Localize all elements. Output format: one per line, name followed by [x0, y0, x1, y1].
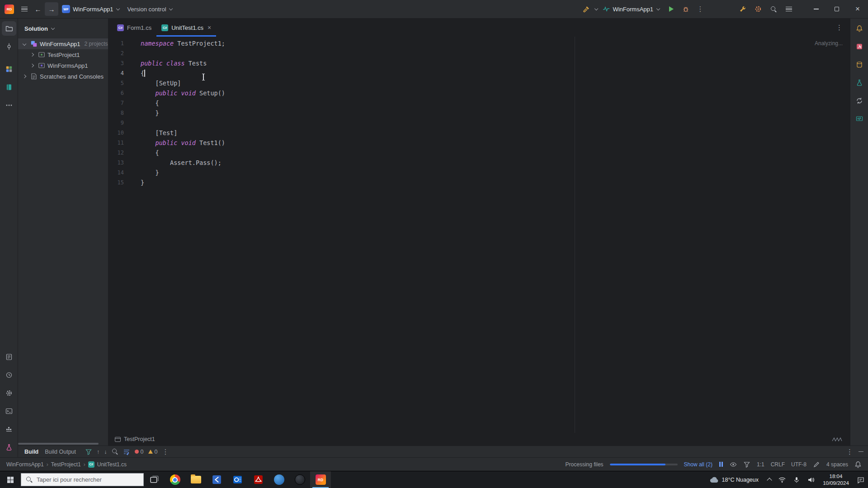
documentation-button[interactable]	[2, 80, 16, 94]
tab-build-output[interactable]: Build Output	[45, 449, 76, 455]
action-center-button[interactable]	[854, 471, 868, 488]
code-line[interactable]: 13 Assert.Pass();	[108, 158, 850, 168]
notifications-bell-icon[interactable]	[854, 461, 862, 468]
horizontal-scrollbar[interactable]	[18, 443, 99, 445]
pencil-icon[interactable]	[813, 461, 820, 468]
unit-tests-button[interactable]	[852, 75, 867, 90]
search-icon[interactable]	[112, 448, 118, 455]
toolwindow-options-button[interactable]: ⋮	[846, 448, 853, 456]
minimize-button[interactable]	[806, 0, 826, 18]
tree-item[interactable]: Scratches and Consoles	[18, 71, 108, 82]
code-line[interactable]: 12 {	[108, 148, 850, 158]
code-line[interactable]: 11 public void Test1()	[108, 138, 850, 148]
inspection-widget-icon[interactable]	[832, 436, 844, 442]
run-config-selector[interactable]: WinFormsApp1	[599, 2, 664, 16]
plugins-button[interactable]	[751, 2, 765, 16]
solution-view-button[interactable]	[2, 21, 16, 36]
close-button[interactable]: ×	[847, 0, 868, 18]
network-button[interactable]	[775, 471, 789, 488]
navigate-back-button[interactable]: ←	[31, 2, 45, 16]
code-line[interactable]: 15}	[108, 178, 850, 188]
code-line[interactable]: 9	[108, 118, 850, 128]
maximize-button[interactable]	[826, 0, 847, 18]
blue-square-app-button[interactable]	[206, 471, 227, 488]
notifications-button[interactable]	[852, 21, 867, 36]
status-breadcrumb-file[interactable]: UnitTest1.cs	[97, 461, 127, 468]
soft-wrap-icon[interactable]	[123, 448, 130, 455]
outlook-button[interactable]	[227, 471, 248, 488]
terminal-button[interactable]	[2, 404, 16, 418]
pause-icon[interactable]	[719, 462, 723, 467]
rider-button[interactable]: RD	[310, 471, 331, 488]
show-all-link[interactable]: Show all (2)	[684, 461, 712, 468]
funnel-icon[interactable]	[743, 461, 750, 468]
blue-circle-app-button[interactable]	[269, 471, 289, 488]
more-run-actions-button[interactable]: ⋮	[693, 2, 707, 16]
profiler-button[interactable]	[852, 112, 867, 126]
tree-item[interactable]: WinFormsApp1	[18, 60, 108, 71]
hide-toolwindow-button[interactable]	[859, 451, 863, 452]
error-badge[interactable]: 0	[135, 449, 144, 455]
chevron-right-icon[interactable]	[28, 51, 36, 58]
file-encoding[interactable]: UTF-8	[791, 461, 807, 468]
solution-panel-header[interactable]: Solution	[18, 19, 108, 38]
taskbar-search-input[interactable]: Taper ici pour rechercher	[21, 473, 144, 486]
history-button[interactable]	[2, 368, 16, 382]
rider-logo-icon[interactable]: RD	[5, 5, 14, 14]
code-line[interactable]: 3public class Tests	[108, 58, 850, 68]
tab-form1.cs[interactable]: C#Form1.cs	[112, 19, 156, 37]
debug-button[interactable]	[679, 2, 693, 16]
services-button[interactable]	[2, 62, 16, 76]
project-selector[interactable]: WF WinFormsApp1	[58, 2, 124, 16]
code-line[interactable]: 8 }	[108, 108, 850, 118]
chrome-button[interactable]	[165, 471, 185, 488]
clock[interactable]: 18:04 10/09/2024	[818, 473, 854, 487]
line-separator[interactable]: CRLF	[771, 461, 785, 468]
quick-fixes-button[interactable]	[736, 2, 750, 16]
status-breadcrumb-project[interactable]: TestProject1	[51, 461, 81, 468]
code-line[interactable]: 4{	[108, 68, 850, 78]
commit-button[interactable]	[2, 39, 16, 54]
code-editor[interactable]: Analyzing... 1namespace TestProject1;23p…	[108, 37, 850, 433]
code-line[interactable]: 6 public void Setup()	[108, 88, 850, 98]
weather-widget[interactable]: 18°C Nuageux	[704, 471, 764, 488]
dotnet-button[interactable]	[852, 39, 867, 54]
chevron-right-icon[interactable]	[21, 73, 28, 80]
tree-item[interactable]: TestProject1	[18, 49, 108, 60]
file-explorer-button[interactable]	[185, 471, 206, 488]
indent-setting[interactable]: 4 spaces	[826, 461, 848, 468]
build-solution-button[interactable]	[580, 2, 593, 16]
main-menu-button[interactable]	[18, 2, 31, 16]
code-line[interactable]: 10 [Test]	[108, 128, 850, 138]
task-view-button[interactable]	[144, 471, 165, 488]
chevron-down-icon[interactable]	[21, 40, 28, 47]
more-tool-windows-button[interactable]	[2, 98, 16, 113]
tab-build[interactable]: Build	[24, 449, 38, 455]
up-arrow-icon[interactable]: ↑	[97, 449, 99, 455]
warning-badge[interactable]: 0	[148, 449, 158, 455]
dependencies-button[interactable]	[852, 94, 867, 108]
chevron-right-icon[interactable]	[28, 62, 36, 69]
tab-close-icon[interactable]: ×	[208, 24, 211, 31]
options-menu-button[interactable]	[782, 2, 796, 16]
code-line[interactable]: 7 {	[108, 98, 850, 108]
microphone-button[interactable]	[789, 471, 804, 488]
tab-options-button[interactable]: ⋮	[836, 23, 843, 32]
acrobat-button[interactable]	[248, 471, 269, 488]
caret-position[interactable]: 1:1	[757, 461, 764, 468]
eye-icon[interactable]	[730, 461, 737, 468]
breadcrumb-item[interactable]: TestProject1	[124, 436, 155, 442]
volume-button[interactable]	[804, 471, 818, 488]
problems-button[interactable]	[2, 350, 16, 364]
code-line[interactable]: 5 [SetUp]	[108, 78, 850, 88]
tray-expand-button[interactable]	[764, 471, 775, 488]
search-everywhere-button[interactable]	[767, 2, 780, 16]
code-line[interactable]: 14 }	[108, 168, 850, 178]
start-button[interactable]	[0, 471, 21, 488]
settings-button[interactable]	[2, 386, 16, 400]
database-button[interactable]	[852, 57, 867, 72]
dark-circle-app-button[interactable]	[289, 471, 310, 488]
tree-item[interactable]: WinFormsApp12 projects	[18, 38, 108, 49]
build-options-button[interactable]: ⋮	[162, 448, 169, 456]
code-line[interactable]: 1namespace TestProject1;	[108, 38, 850, 48]
